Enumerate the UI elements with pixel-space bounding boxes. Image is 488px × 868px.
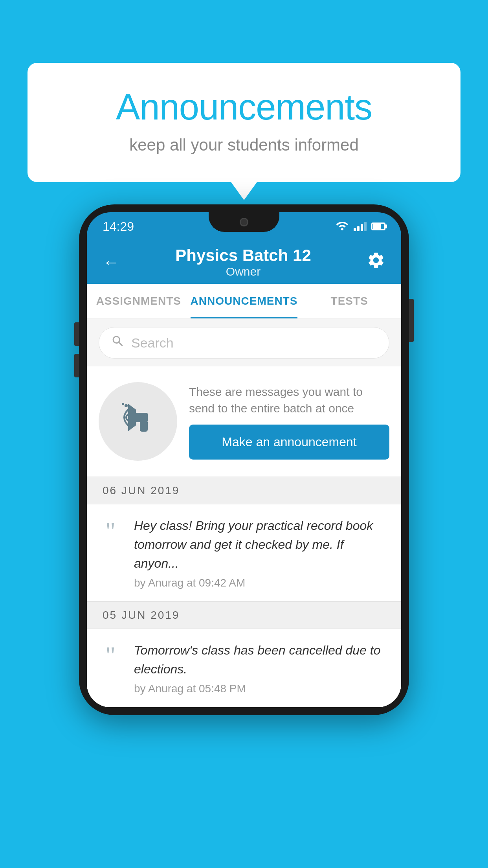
app-header: ← Physics Batch 12 Owner bbox=[87, 241, 401, 284]
volume-buttons bbox=[74, 322, 79, 385]
announcement-item-2[interactable]: " Tomorrow's class has been cancelled du… bbox=[87, 629, 401, 707]
volume-down-button[interactable] bbox=[74, 354, 79, 377]
status-icons bbox=[336, 220, 385, 233]
tabs-bar: ASSIGNMENTS ANNOUNCEMENTS TESTS bbox=[87, 284, 401, 319]
status-time: 14:29 bbox=[103, 219, 134, 234]
announcement-content-2: Tomorrow's class has been cancelled due … bbox=[134, 641, 389, 695]
svg-point-1 bbox=[125, 404, 128, 407]
announcement-meta-1: by Anurag at 09:42 AM bbox=[134, 577, 389, 589]
announcement-icon-circle bbox=[99, 382, 177, 461]
tab-assignments[interactable]: ASSIGNMENTS bbox=[87, 284, 191, 318]
svg-point-2 bbox=[122, 403, 124, 405]
quote-icon-2: " bbox=[95, 643, 126, 668]
megaphone-icon bbox=[118, 398, 158, 445]
announcement-text-1: Hey class! Bring your practical record b… bbox=[134, 516, 389, 573]
cta-right: These are messages you want to send to t… bbox=[189, 384, 389, 460]
battery-fill bbox=[373, 224, 381, 229]
speech-bubble: Announcements keep all your students inf… bbox=[28, 63, 460, 182]
date-divider-2: 05 JUN 2019 bbox=[87, 601, 401, 629]
status-bar: 14:29 bbox=[87, 212, 401, 241]
power-button-btn[interactable] bbox=[409, 299, 414, 342]
volume-up-button[interactable] bbox=[74, 322, 79, 346]
search-placeholder: Search bbox=[131, 335, 174, 351]
batch-title: Physics Batch 12 bbox=[175, 246, 311, 265]
back-button[interactable]: ← bbox=[103, 252, 120, 272]
svg-rect-0 bbox=[136, 413, 148, 422]
battery-icon bbox=[371, 223, 385, 230]
phone-body: 14:29 bbox=[79, 204, 409, 715]
phone-device: 14:29 bbox=[79, 204, 409, 715]
power-button bbox=[409, 299, 414, 342]
announcement-cta: These are messages you want to send to t… bbox=[87, 366, 401, 477]
make-announcement-button[interactable]: Make an announcement bbox=[189, 425, 389, 460]
notch bbox=[209, 212, 279, 232]
search-container: Search bbox=[87, 319, 401, 366]
settings-button[interactable] bbox=[367, 251, 385, 274]
announcement-text-2: Tomorrow's class has been cancelled due … bbox=[134, 641, 389, 679]
announcement-item-1[interactable]: " Hey class! Bring your practical record… bbox=[87, 504, 401, 601]
signal-icon bbox=[354, 222, 367, 231]
front-camera bbox=[240, 218, 248, 226]
announcement-content-1: Hey class! Bring your practical record b… bbox=[134, 516, 389, 589]
header-subtitle: Owner bbox=[175, 265, 311, 278]
header-center: Physics Batch 12 Owner bbox=[175, 246, 311, 278]
bubble-title: Announcements bbox=[59, 86, 429, 128]
tab-tests[interactable]: TESTS bbox=[297, 284, 401, 318]
speech-bubble-section: Announcements keep all your students inf… bbox=[28, 63, 460, 182]
wifi-icon bbox=[336, 220, 349, 233]
bubble-subtitle: keep all your students informed bbox=[59, 136, 429, 154]
search-bar[interactable]: Search bbox=[99, 327, 389, 359]
quote-icon-1: " bbox=[95, 519, 126, 544]
tab-announcements[interactable]: ANNOUNCEMENTS bbox=[191, 284, 298, 318]
phone-screen: ← Physics Batch 12 Owner ASSIGNMENTS ANN bbox=[87, 241, 401, 707]
date-divider-1: 06 JUN 2019 bbox=[87, 477, 401, 504]
search-icon bbox=[111, 334, 125, 352]
announcement-meta-2: by Anurag at 05:48 PM bbox=[134, 682, 389, 695]
cta-description: These are messages you want to send to t… bbox=[189, 384, 389, 417]
